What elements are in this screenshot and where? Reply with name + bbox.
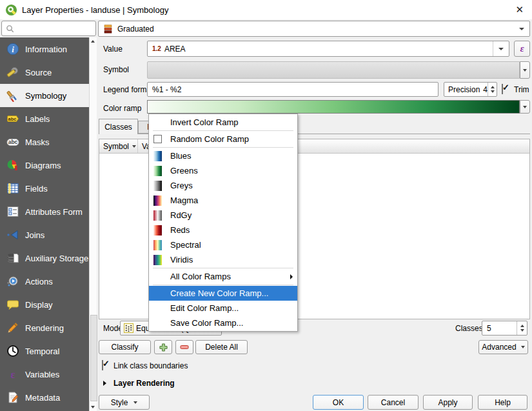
sidebar-item-rendering[interactable]: Rendering: [0, 316, 97, 339]
menu-item-label: Reds: [170, 225, 190, 235]
classify-button[interactable]: Classify: [99, 340, 151, 354]
trim-checkbox[interactable]: [502, 84, 503, 94]
sidebar-item-label: Metadata: [25, 393, 60, 403]
submenu-arrow-icon: [290, 274, 293, 279]
menu-item-label: Magma: [170, 195, 198, 205]
menu-item-edit-color-ramp[interactable]: Edit Color Ramp...: [149, 301, 297, 316]
sidebar-item-display[interactable]: Display: [0, 293, 97, 316]
symbol-label: Symbol: [103, 65, 129, 74]
value-dropdown-button[interactable]: [493, 41, 509, 56]
sidebar-item-diagrams[interactable]: Diagrams: [0, 154, 97, 177]
search-box[interactable]: [1, 21, 96, 36]
sidebar-item-information[interactable]: iInformation: [0, 37, 97, 61]
menu-item-label: Save Color Ramp...: [170, 318, 243, 328]
checkbox-icon: [153, 135, 170, 143]
close-icon[interactable]: ✕: [515, 4, 524, 15]
attributes-form-icon: [6, 205, 19, 219]
menu-item-spectral[interactable]: Spectral: [149, 237, 297, 252]
menu-item-label: All Color Ramps: [170, 272, 231, 281]
precision-spin-buttons[interactable]: [488, 83, 497, 96]
menu-item-random-color-ramp[interactable]: Random Color Ramp: [149, 132, 297, 146]
sidebar-item-fields[interactable]: Fields: [0, 177, 97, 200]
symbol-dropdown-button[interactable]: [520, 61, 530, 79]
delete-all-button[interactable]: Delete All: [195, 340, 248, 354]
column-header-symbol[interactable]: Symbol: [99, 139, 138, 153]
layer-rendering-expander[interactable]: Layer Rendering: [113, 379, 175, 388]
ramp-gradient-greys: [153, 181, 162, 191]
sidebar-item-label: Symbology: [25, 91, 66, 101]
sidebar-item-labels[interactable]: abcLabels: [0, 107, 97, 130]
legend-format-input[interactable]: [152, 85, 438, 94]
ramp-gradient-rdgy: [153, 210, 162, 221]
color-ramp-dropdown-button[interactable]: [520, 100, 530, 114]
menu-item-magma[interactable]: Magma: [149, 193, 297, 208]
apply-button[interactable]: Apply: [423, 395, 473, 410]
advanced-button[interactable]: Advanced: [478, 340, 528, 354]
help-button[interactable]: Help: [478, 395, 527, 410]
expander-arrow-icon[interactable]: [103, 381, 106, 386]
ramp-gradient-spectral: [153, 240, 162, 250]
sidebar-item-attributes-form[interactable]: Attributes Form: [0, 200, 97, 223]
link-class-boundaries-checkbox[interactable]: [102, 360, 103, 370]
cancel-button[interactable]: Cancel: [368, 395, 419, 410]
classes-spinbox[interactable]: 5: [482, 321, 527, 336]
ok-button[interactable]: OK: [313, 395, 364, 410]
sidebar-item-metadata[interactable]: Metadata: [0, 386, 97, 409]
sidebar-item-label: Fields: [25, 184, 48, 194]
menu-item-blues[interactable]: Blues: [149, 148, 297, 163]
scrollbar-thumb[interactable]: [90, 315, 97, 401]
menu-item-create-new-color-ramp[interactable]: Create New Color Ramp...: [149, 286, 297, 301]
menu-item-reds[interactable]: Reds: [149, 223, 297, 237]
advanced-label: Advanced: [482, 343, 516, 352]
diagrams-icon: [6, 159, 19, 172]
remove-class-button[interactable]: [175, 340, 193, 354]
tab-label: Classes: [104, 123, 132, 132]
add-class-button[interactable]: [154, 340, 172, 354]
menu-item-viridis[interactable]: Viridis: [149, 252, 297, 267]
column-label: Symbol: [103, 142, 129, 151]
spin-up-icon: [520, 325, 524, 327]
auxiliary-storage-icon: [6, 252, 19, 265]
menu-separator: [153, 285, 293, 285]
window-title: Layer Properties - landuse | Symbology: [22, 5, 168, 15]
scroll-down-icon[interactable]: [91, 406, 95, 408]
sidebar-item-masks[interactable]: abcMasks: [0, 130, 97, 154]
value-combobox[interactable]: 1.2 AREA: [147, 41, 509, 57]
expression-button[interactable]: ε: [514, 41, 530, 57]
menu-item-label: Spectral: [170, 240, 201, 250]
sidebar-item-temporal[interactable]: Temporal: [0, 339, 97, 363]
color-ramp-bar[interactable]: [147, 100, 520, 114]
sidebar-item-variables[interactable]: εVariables: [0, 363, 97, 386]
menu-item-save-color-ramp[interactable]: Save Color Ramp...: [149, 316, 297, 330]
display-icon: [6, 298, 19, 312]
quantile-mode-icon: [124, 323, 133, 333]
svg-text:abc: abc: [8, 139, 17, 145]
sidebar-item-source[interactable]: Source: [0, 61, 97, 84]
random-ramp-checkbox[interactable]: [153, 135, 162, 143]
chevron-down-icon: [523, 69, 527, 72]
search-input[interactable]: [17, 24, 92, 33]
sidebar-item-label: Variables: [25, 370, 59, 379]
minus-icon: [180, 343, 189, 352]
metadata-icon: [6, 391, 19, 405]
classes-spin-buttons[interactable]: [517, 321, 527, 335]
menu-item-invert-color-ramp[interactable]: Invert Color Ramp: [149, 115, 297, 130]
menu-item-greys[interactable]: Greys: [149, 178, 297, 193]
precision-spinbox[interactable]: Precision 4: [444, 82, 497, 97]
scroll-up-icon[interactable]: [91, 40, 95, 43]
ramp-swatch-icon: [153, 151, 170, 161]
sidebar-item-label: Temporal: [25, 346, 59, 356]
sidebar-item-auxiliary-storage[interactable]: Auxiliary Storage: [0, 246, 97, 270]
style-button[interactable]: Style: [99, 395, 150, 410]
sidebar-item-symbology[interactable]: Symbology: [0, 84, 97, 107]
sidebar-scrollbar[interactable]: [89, 37, 97, 411]
tab-classes[interactable]: Classes: [99, 119, 138, 134]
menu-item-rdgy[interactable]: RdGy: [149, 208, 297, 223]
menu-item-all-color-ramps[interactable]: All Color Ramps: [149, 269, 297, 284]
symbol-preview[interactable]: [147, 61, 520, 79]
renderer-combobox[interactable]: Graduated: [98, 21, 530, 37]
sidebar-item-joins[interactable]: Joins: [0, 223, 97, 246]
sidebar-item-actions[interactable]: Actions: [0, 270, 97, 293]
value-field-name: AREA: [164, 45, 186, 54]
menu-item-greens[interactable]: Greens: [149, 163, 297, 178]
